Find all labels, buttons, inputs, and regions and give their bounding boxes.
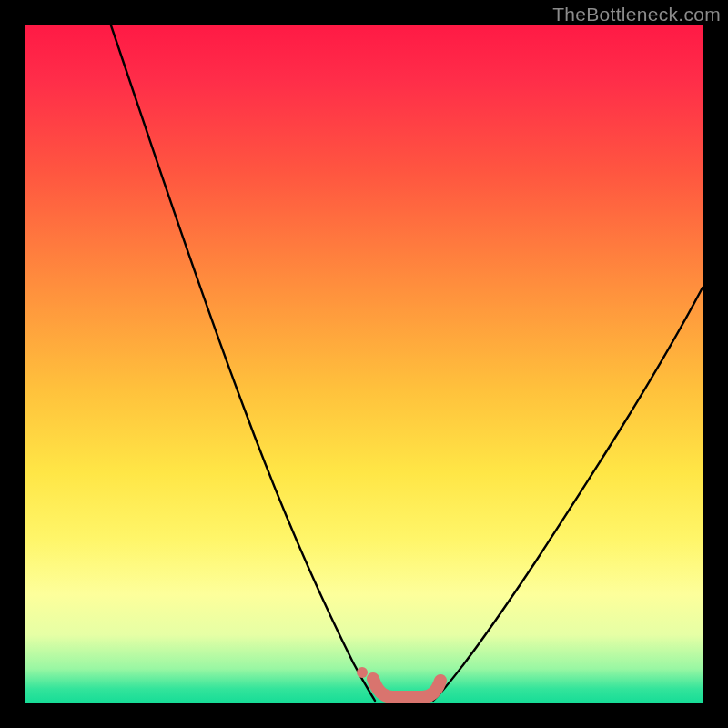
marker-dot	[357, 667, 368, 678]
left-curve	[111, 25, 375, 701]
bottom-marker	[373, 679, 440, 697]
watermark-text: TheBottleneck.com	[552, 4, 721, 25]
curves-layer	[25, 25, 703, 703]
chart-frame: TheBottleneck.com	[0, 0, 728, 728]
plot-area	[25, 25, 703, 703]
right-curve	[433, 288, 703, 701]
